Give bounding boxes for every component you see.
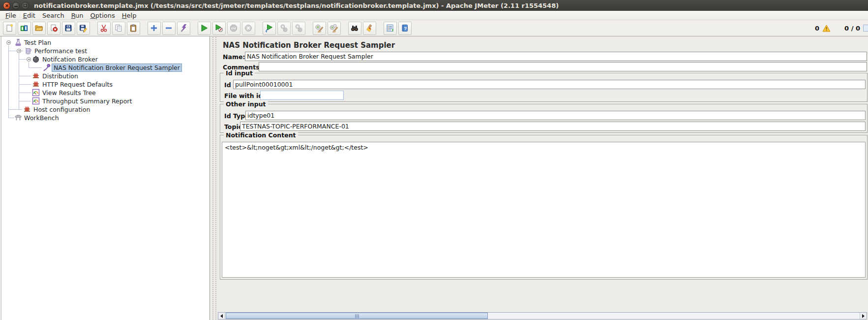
test-plan-tree[interactable]: Test Plan Performance test Notifcation B… [1,36,210,320]
file-with-ids-input[interactable] [260,91,344,100]
topic-input[interactable] [240,122,866,131]
content-area: Test Plan Performance test Notifcation B… [0,36,868,320]
tree-node-workbench[interactable]: WorkBench [1,114,210,122]
svg-text:STOP: STOP [231,28,237,30]
id-type-input[interactable] [245,111,866,120]
save-as-button[interactable] [77,22,90,35]
templates-icon [20,24,29,32]
menu-edit[interactable]: Edit [20,12,39,19]
other-input-group-title: Other input [224,100,268,108]
cut-icon [99,24,108,32]
jmeter-window: notificationbroker.template.jmx (/tests/… [0,0,868,320]
save-button[interactable] [62,22,75,35]
notification-content-group: Notification Content <test>&lt;noget&gt;… [220,135,868,280]
id-input-group: Id input Id File with ids [220,73,868,102]
id-label: Id [224,81,231,89]
templates-button[interactable] [18,22,31,35]
help-book-icon: ? [400,24,409,32]
collapse-all-button[interactable] [162,22,176,35]
comments-input[interactable] [259,62,867,71]
remote-shutdown-icon [294,24,303,32]
menu-file[interactable]: File [2,12,20,19]
search-button[interactable] [348,22,361,35]
tree-node-test-plan[interactable]: Test Plan [1,38,210,47]
expand-all-button[interactable] [148,22,161,35]
log-error-count: 0 [815,25,819,32]
scrollbar-thumb[interactable] [226,313,488,319]
menu-help[interactable]: Help [119,12,140,19]
sampler-icon [43,64,51,71]
remote-shutdown-all-button[interactable] [292,22,305,35]
divider-grip [212,36,214,320]
tree-selected-label: NAS Notification Broker Request Sampler [52,64,182,72]
open-folder-icon [34,24,43,32]
close-file-button[interactable] [47,22,60,35]
tree-node-notification-broker[interactable]: Notifcation Broker [1,55,210,64]
menu-search[interactable]: Search [39,12,68,19]
topic-label: Topic [224,123,242,130]
toggle-button[interactable] [177,22,190,35]
remote-stop-icon [279,24,288,32]
window-maximize-button[interactable] [22,2,29,9]
horizontal-scrollbar[interactable] [218,312,867,320]
maximize-icon [24,4,27,7]
arrow-right-icon [862,314,865,318]
reset-broom-icon [365,24,374,32]
tree-node-nas-sampler[interactable]: NAS Notification Broker Request Sampler [1,64,210,72]
notification-content-textarea[interactable]: <test>&lt;noget&gt;xml&lt;/noget&gt;</te… [222,142,866,278]
stop-icon: STOP [229,24,238,32]
svg-text:?: ? [404,26,407,31]
remote-start-all-button[interactable] [263,22,276,35]
function-helper-icon [386,24,394,32]
config-element-icon [32,80,40,88]
new-file-button[interactable] [3,22,16,35]
workbench-icon [14,114,22,122]
toggle-icon [179,24,188,32]
copy-button[interactable] [112,22,125,35]
split-pane-divider[interactable] [210,36,219,320]
menu-options[interactable]: Options [87,12,119,19]
new-file-icon [5,24,14,32]
start-button[interactable] [198,22,211,35]
tree-node-http-request-defaults[interactable]: HTTP Request Defaults [1,80,210,89]
window-close-button[interactable] [3,2,10,9]
scrollbar-grip [355,314,359,318]
menu-run[interactable]: Run [68,12,87,19]
tree-node-host-configuration[interactable]: Host configuration [1,105,210,114]
clear-all-button[interactable] [328,22,341,35]
scroll-left-button[interactable] [218,313,225,319]
active-threads-count: 0 / 0 [844,25,860,32]
shutdown-button[interactable] [242,22,255,35]
id-input[interactable] [233,80,866,89]
tree-node-view-results-tree[interactable]: View Results Tree [1,89,210,97]
search-reset-button[interactable] [363,22,376,35]
copy-icon [114,24,123,32]
menu-bar: File Edit Search Run Options Help [0,11,868,20]
binoculars-icon [350,24,359,32]
clear-button[interactable] [313,22,326,35]
name-input[interactable] [245,52,867,61]
scroll-right-button[interactable] [860,313,867,319]
tree-node-throughput-summary-report[interactable]: Throughput Summary Report [1,97,210,105]
window-minimize-button[interactable] [12,2,20,9]
paste-button[interactable] [127,22,140,35]
toolbar: STOP ? 0 0 / 0 [0,20,868,36]
start-no-timers-button[interactable] [212,22,226,35]
function-helper-button[interactable] [384,22,397,35]
sampler-editor-panel: NAS Notification Broker Request Sampler … [219,36,868,320]
help-button[interactable]: ? [398,22,412,35]
other-input-group: Other input Id Type Topic [220,104,868,133]
name-label: Name: [223,53,245,61]
tree-node-distribution[interactable]: Distribution [1,72,210,80]
save-icon [64,24,73,32]
warning-icon[interactable] [822,25,831,32]
cut-button[interactable] [97,22,111,35]
stop-button[interactable]: STOP [227,22,240,35]
open-button[interactable] [32,22,46,35]
start-icon [200,24,209,32]
arrow-left-icon [220,314,223,318]
clear-icon [315,24,324,32]
plus-icon [150,24,158,32]
remote-stop-all-button[interactable] [277,22,291,35]
tree-node-performance-test[interactable]: Performance test [1,47,210,55]
